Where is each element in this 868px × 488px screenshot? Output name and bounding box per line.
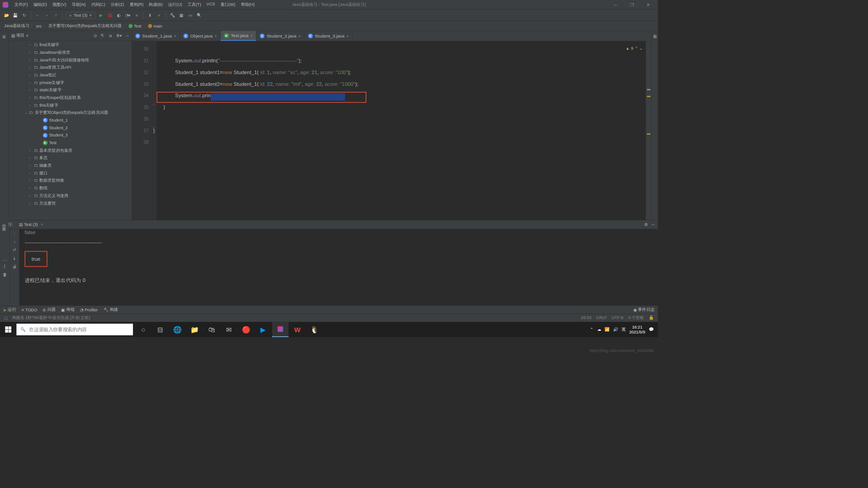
locate-icon[interactable]: ⊙ <box>94 33 97 38</box>
tab-build[interactable]: 🔨构建 <box>104 307 118 313</box>
tray-volume-icon[interactable]: 🔊 <box>613 327 618 332</box>
git-pull-icon[interactable]: ⬇ <box>147 12 153 19</box>
tree-item[interactable]: ›🗀方法重写 <box>9 199 132 207</box>
debug-icon[interactable]: 🐞 <box>107 12 113 19</box>
tree-item[interactable]: ›🗀数组 <box>9 184 132 192</box>
tray-ime[interactable]: 英 <box>622 327 626 333</box>
menu-navigate[interactable]: 导航(N) <box>70 1 88 8</box>
tab-profiler[interactable]: ◔Profiler <box>80 307 98 312</box>
tab-problems[interactable]: ⊘问题 <box>42 307 56 313</box>
tree-item[interactable]: ›🗀Java中四大访问权限修饰符 <box>9 56 132 64</box>
media-icon[interactable]: ▶ <box>255 322 271 337</box>
status-tool-window-icon[interactable]: ▢ <box>4 315 8 320</box>
refresh-icon[interactable]: ↻ <box>21 12 28 19</box>
scroll-icon[interactable]: ⤓ <box>13 256 16 261</box>
explorer-icon[interactable]: 📁 <box>186 322 203 337</box>
editor-tab[interactable]: CStudent_2.java× <box>256 31 304 41</box>
mail-icon[interactable]: ✉ <box>221 322 237 337</box>
print-icon[interactable]: 🖨 <box>13 264 17 269</box>
coverage-icon[interactable]: ◐ <box>116 12 122 19</box>
exit-icon[interactable]: ⤴ <box>4 264 6 269</box>
tray-clock[interactable]: 16:212021/6/9 <box>629 325 645 334</box>
tray-notification-icon[interactable]: 💬 <box>649 327 654 332</box>
close-icon[interactable]: × <box>174 34 176 38</box>
error-stripe[interactable] <box>646 41 651 220</box>
crumb-method[interactable]: main <box>148 23 162 28</box>
tree-item[interactable]: ›🗀final关键字 <box>9 41 132 49</box>
back-icon[interactable]: ← <box>35 12 41 19</box>
tree-item[interactable]: ›🗀多态 <box>9 154 132 162</box>
hide-panel-icon[interactable]: ─ <box>651 222 654 227</box>
close-icon[interactable]: × <box>250 33 253 38</box>
tab-todo[interactable]: ≡TODO <box>22 307 37 312</box>
tree-item[interactable]: ›🗀数据类型转换 <box>9 177 132 184</box>
menu-window[interactable]: 窗口(W) <box>218 1 237 8</box>
status-encoding[interactable]: UTF-8 <box>612 315 623 321</box>
tray-network-icon[interactable]: 📶 <box>604 327 609 332</box>
structure-tool-button[interactable]: ▫ <box>3 35 5 40</box>
hide-icon[interactable]: ─ <box>126 33 129 38</box>
tree-item[interactable]: CStudent_3 <box>9 131 132 139</box>
editor-tab[interactable]: CStudent_1.java× <box>132 31 180 41</box>
menu-analyze[interactable]: 分析(Z) <box>108 1 126 8</box>
tray-cloud-icon[interactable]: ☁ <box>597 327 601 332</box>
store-icon[interactable]: 🛍 <box>203 322 220 337</box>
forward-icon[interactable]: → <box>43 12 50 19</box>
tree-item[interactable]: CStudent_2 <box>9 124 132 131</box>
qq-icon[interactable]: 🐧 <box>307 322 323 337</box>
menu-help[interactable]: 帮助(H) <box>239 1 257 8</box>
warning-marker[interactable] <box>647 96 651 97</box>
tree-item[interactable]: ›🗀Java常用工具API <box>9 64 132 71</box>
sidebar-title[interactable]: ▤项目▾ <box>11 33 94 38</box>
project-tree[interactable]: ›🗀final关键字›🗀JavaBean标准类›🗀Java中四大访问权限修饰符›… <box>9 40 132 220</box>
up-icon[interactable]: ↑ <box>14 231 16 236</box>
crumb-class[interactable]: Test <box>129 23 142 28</box>
menu-run[interactable]: 运行(U) <box>166 1 184 8</box>
tree-item[interactable]: ›🗀接口 <box>9 169 132 177</box>
run-icon[interactable]: ▶ <box>98 12 104 19</box>
editor-tab[interactable]: ▸Test.java× <box>221 31 256 41</box>
tree-item[interactable]: ⌄🗀关于重写Object类的equals方法相关问题 <box>9 109 132 117</box>
tree-item[interactable]: ›🗀private关键字 <box>9 79 132 86</box>
close-icon[interactable]: × <box>347 34 349 38</box>
status-indent[interactable]: 4 个空格 <box>628 315 644 321</box>
avd-icon[interactable]: ▭ <box>187 12 193 19</box>
tree-item[interactable]: ▸Test <box>9 139 132 147</box>
maximize-button[interactable]: ❐ <box>625 1 639 8</box>
console-output[interactable]: false ----------------------------------… <box>19 229 658 305</box>
structure-icon[interactable]: ▦ <box>178 12 184 19</box>
compile-icon[interactable]: ↗ <box>52 12 59 19</box>
git-commit-icon[interactable]: ✓ <box>156 12 162 19</box>
crumb-package[interactable]: 关于重写Object类的equals方法相关问题 <box>48 23 122 29</box>
settings-icon[interactable]: 🔧 <box>169 12 175 19</box>
crumb-project[interactable]: Java基础练习 <box>4 23 29 29</box>
open-icon[interactable]: 📂 <box>4 12 10 19</box>
fold-end-icon[interactable]: ⌃ <box>152 103 155 107</box>
run-configuration-selector[interactable]: ▸Test (3)▾ <box>66 12 95 19</box>
tab-event-log[interactable]: ◉事件日志 <box>633 307 655 313</box>
gear-icon[interactable]: ⚙ <box>644 222 648 227</box>
chevron-up-icon[interactable]: ⌃ <box>635 42 638 54</box>
chrome-icon[interactable]: 🔴 <box>238 322 254 337</box>
warning-marker[interactable] <box>647 89 651 90</box>
collapse-icon[interactable]: ⇲ <box>108 33 112 38</box>
tray-chevron-icon[interactable]: ⌃ <box>590 327 594 332</box>
taskbar-search-input[interactable] <box>29 327 129 332</box>
status-lock-icon[interactable]: 🔓 <box>649 315 654 321</box>
menu-vcs[interactable]: VCS <box>204 1 217 8</box>
trash-icon[interactable]: 🗑 <box>3 272 7 277</box>
soft-wrap-icon[interactable]: ⏎ <box>13 248 16 253</box>
tree-item[interactable]: ›🗀方法定义与使用 <box>9 192 132 199</box>
tree-item[interactable]: ›🗀基本类型的包装类 <box>9 146 132 154</box>
wps-icon[interactable]: W <box>289 322 306 337</box>
close-button[interactable]: ✕ <box>642 1 655 8</box>
tree-item[interactable]: ›🗀this关键字 <box>9 101 132 109</box>
warning-marker[interactable] <box>647 134 651 135</box>
tree-item[interactable]: ›🗀static关键字 <box>9 86 132 94</box>
task-view-icon[interactable]: ⊟ <box>152 322 169 337</box>
chevron-down-icon[interactable]: ⌄ <box>639 42 643 54</box>
save-icon[interactable]: 💾 <box>12 12 19 19</box>
profile-icon[interactable]: ◔▾ <box>125 12 131 19</box>
menu-view[interactable]: 视图(V) <box>51 1 68 8</box>
editor-tab[interactable]: CStudent_3.java× <box>305 31 353 41</box>
